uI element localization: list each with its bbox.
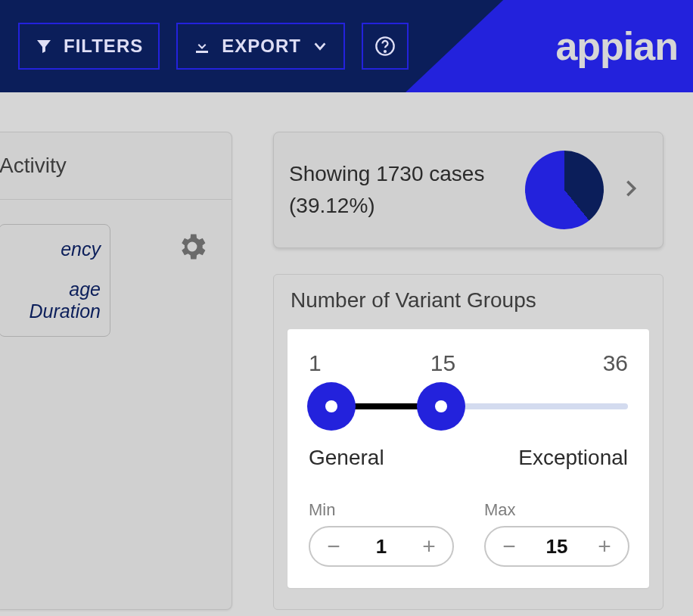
max-decrement-button[interactable]: −	[499, 534, 519, 559]
activity-panel: Activity ency age Duration	[0, 132, 232, 610]
slider-track[interactable]	[309, 381, 628, 432]
max-value: 15	[546, 535, 568, 558]
help-icon	[374, 36, 396, 57]
min-decrement-button[interactable]: −	[324, 534, 343, 559]
variant-groups-panel: Number of Variant Groups 1 36 15	[273, 274, 663, 610]
filters-label: FILTERS	[64, 36, 143, 57]
filter-icon	[35, 37, 53, 55]
min-increment-button[interactable]: +	[419, 534, 439, 559]
export-button[interactable]: EXPORT	[176, 23, 345, 70]
min-stepper-label: Min	[309, 500, 454, 520]
handle-dot	[325, 400, 337, 412]
slider-handle-max[interactable]	[417, 382, 465, 431]
slider-scale: 1 36	[309, 350, 628, 376]
main-area: Activity ency age Duration Showing 1730 …	[0, 92, 693, 610]
export-label: EXPORT	[222, 36, 301, 57]
top-nav: FILTERS EXPORT appian	[0, 0, 693, 92]
stepper-row: Min − 1 + Max − 15 +	[309, 500, 628, 567]
variant-panel-title: Number of Variant Groups	[274, 275, 663, 329]
max-increment-button[interactable]: +	[595, 534, 614, 559]
cases-line1: Showing 1730 cases	[289, 158, 508, 190]
cases-pie-chart	[525, 151, 604, 229]
slider-max-label: 36	[603, 350, 628, 376]
activity-legend: ency age Duration	[0, 224, 110, 337]
slider-current-label: 15	[430, 350, 455, 376]
help-button[interactable]	[362, 23, 409, 70]
min-stepper: − 1 +	[309, 526, 454, 567]
cases-line2: (39.12%)	[289, 190, 508, 222]
slider-handle-min[interactable]	[307, 382, 356, 431]
legend-item-frequency: ency	[0, 238, 101, 260]
cases-text: Showing 1730 cases (39.12%)	[289, 158, 508, 222]
handle-dot	[435, 400, 447, 412]
cases-summary-card[interactable]: Showing 1730 cases (39.12%)	[273, 132, 663, 248]
activity-panel-body: ency age Duration	[0, 200, 232, 337]
download-icon	[193, 37, 211, 55]
legend-item-duration: age Duration	[0, 278, 101, 322]
slider-min-label: 1	[309, 350, 322, 376]
gear-icon[interactable]	[176, 230, 209, 266]
brand-logo: appian	[555, 23, 678, 69]
max-stepper: − 15 +	[484, 526, 629, 567]
variant-slider: 1 36 15 General Exceptional	[309, 350, 628, 470]
min-value: 1	[376, 535, 387, 558]
svg-point-1	[384, 51, 386, 52]
max-stepper-label: Max	[484, 500, 629, 520]
right-column: Showing 1730 cases (39.12%) Number of Va…	[273, 132, 663, 610]
chevron-right-icon[interactable]	[620, 178, 642, 202]
chevron-down-icon	[312, 38, 328, 54]
filters-button[interactable]: FILTERS	[18, 23, 160, 70]
variant-panel-body: 1 36 15 General Exceptional	[287, 329, 649, 588]
slider-label-exceptional: Exceptional	[518, 446, 628, 470]
min-stepper-col: Min − 1 +	[309, 500, 454, 567]
activity-panel-title: Activity	[0, 132, 232, 200]
slider-label-general: General	[309, 446, 384, 470]
max-stepper-col: Max − 15 +	[484, 500, 629, 567]
slider-end-labels: General Exceptional	[309, 446, 628, 470]
